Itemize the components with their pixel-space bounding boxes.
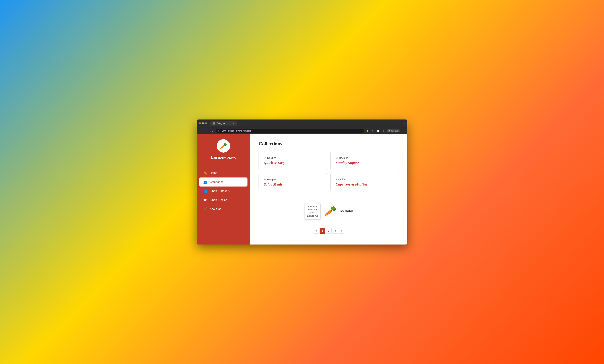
address-text: Lara Recipes - by Mo Kawsara bbox=[222, 130, 251, 132]
single-category-icon: 👥 bbox=[203, 189, 207, 193]
tooltip-line4: Excuse me bbox=[307, 215, 318, 217]
profile-icon[interactable]: 👤 bbox=[381, 129, 385, 133]
browser-window: Categories ✕ + ⌄ ← → ↻ ◯ Lara Recipes - … bbox=[197, 120, 407, 244]
tab-dropdown-icon[interactable]: ⌄ bbox=[403, 122, 405, 124]
sidebar-item-single-recipe[interactable]: 🍽️ Single Recipe bbox=[197, 195, 250, 205]
lock-icon: ◯ bbox=[218, 130, 220, 132]
collection-card-quick-easy[interactable]: 21 Recipes Quick & Easy bbox=[259, 152, 327, 170]
tab-title: Categories bbox=[217, 122, 226, 124]
home-icon: ✏️ bbox=[203, 171, 207, 175]
tab-favicon bbox=[213, 122, 215, 124]
extensions-icon[interactable]: ⚡ bbox=[365, 129, 370, 133]
no-data-tooltip: Eloquent Found Zero Rows. Excuse me bbox=[304, 203, 321, 220]
traffic-lights bbox=[199, 122, 207, 124]
forward-button[interactable]: → bbox=[205, 129, 209, 133]
reading-list-icon[interactable]: 📋 bbox=[376, 129, 380, 133]
incognito-badge: 🕵 Incognito bbox=[387, 129, 400, 132]
pagination: « 1 2 3 » bbox=[259, 226, 399, 235]
brand-name: LaraRecipes bbox=[211, 155, 236, 160]
collection-card-cupcakes-muffins[interactable]: 9 Recipes Cupcakes & Muffins bbox=[330, 173, 399, 191]
collection-name-quick-easy: Quick & Easy bbox=[264, 161, 322, 165]
tab-bar: Categories ✕ + bbox=[210, 121, 402, 125]
brand-lara: Lara bbox=[211, 155, 220, 160]
maximize-button[interactable] bbox=[205, 122, 207, 124]
about-us-icon: 🌿 bbox=[203, 207, 207, 211]
recipe-count-salad-meals: 25 Recipes bbox=[264, 178, 322, 181]
logo-area: 🥕 LaraRecipes bbox=[211, 139, 236, 160]
tooltip-line3: Rows. bbox=[310, 211, 315, 214]
browser-toolbar: ← → ↻ ◯ Lara Recipes - by Mo Kawsara ⚡ ☆… bbox=[197, 127, 407, 134]
sidebar-item-home[interactable]: ✏️ Home bbox=[197, 169, 250, 178]
no-data-section: Eloquent Found Zero Rows. Excuse me 🥕 no… bbox=[259, 198, 399, 226]
close-button[interactable] bbox=[199, 122, 201, 124]
sidebar: 🥕 LaraRecipes ✏️ Home 👥 Categories bbox=[197, 134, 250, 244]
tab-close-icon[interactable]: ✕ bbox=[233, 122, 234, 124]
new-tab-button[interactable]: + bbox=[238, 122, 242, 125]
recipe-count-quick-easy: 21 Recipes bbox=[264, 157, 322, 159]
categories-icon: 👥 bbox=[203, 180, 207, 184]
address-bar[interactable]: ◯ Lara Recipes - by Mo Kawsara bbox=[216, 129, 364, 133]
pagination-prev[interactable]: « bbox=[313, 228, 319, 234]
recipe-count-cupcakes-muffins: 9 Recipes bbox=[336, 178, 394, 181]
toolbar-right: ⚡ ☆ 📋 👤 🕵 Incognito ⋮ bbox=[365, 129, 405, 133]
collection-card-sunday-supper[interactable]: 34 Recipes Sunday Supper bbox=[330, 152, 399, 170]
collection-card-salad-meals[interactable]: 25 Recipes Salad Meals bbox=[259, 173, 327, 191]
incognito-label: Incognito bbox=[391, 130, 399, 132]
back-button[interactable]: ← bbox=[199, 129, 203, 133]
sidebar-item-single-category-label: Single Category bbox=[210, 189, 230, 193]
active-tab[interactable]: Categories ✕ bbox=[210, 121, 237, 125]
recipe-count-sunday-supper: 34 Recipes bbox=[336, 157, 394, 159]
pagination-page-3[interactable]: 3 bbox=[332, 228, 338, 234]
pagination-page-1[interactable]: 1 bbox=[320, 228, 325, 234]
browser-titlebar: Categories ✕ + ⌄ bbox=[197, 120, 407, 127]
sidebar-item-about-us-label: About Us bbox=[210, 207, 221, 211]
sidebar-item-about-us[interactable]: 🌿 About Us bbox=[197, 205, 250, 214]
logo-circle: 🥕 bbox=[217, 139, 230, 153]
collections-grid: 21 Recipes Quick & Easy 34 Recipes Sunda… bbox=[259, 152, 399, 191]
collection-name-salad-meals: Salad Meals bbox=[264, 182, 322, 186]
incognito-icon: 🕵 bbox=[388, 130, 390, 132]
collection-name-sunday-supper: Sunday Supper bbox=[336, 161, 394, 165]
sidebar-item-single-recipe-label: Single Recipe bbox=[210, 198, 227, 202]
carrot-mascot-icon: 🥕 bbox=[324, 206, 337, 216]
pagination-page-2[interactable]: 2 bbox=[326, 228, 332, 234]
sidebar-item-home-label: Home bbox=[210, 171, 217, 175]
page-title: Collections bbox=[259, 141, 399, 146]
reload-button[interactable]: ↻ bbox=[210, 129, 214, 133]
nav-menu: ✏️ Home 👥 Categories 👥 Single Category 🍽… bbox=[197, 169, 250, 214]
tooltip-line1: Eloquent bbox=[308, 206, 317, 208]
brand-recipes: Recipes bbox=[220, 155, 236, 160]
sidebar-item-single-category[interactable]: 👥 Single Category bbox=[197, 186, 250, 195]
app-layout: 🥕 LaraRecipes ✏️ Home 👥 Categories bbox=[197, 134, 407, 244]
tooltip-line2: Found Zero bbox=[307, 208, 318, 211]
no-data-text: no data! bbox=[340, 209, 353, 213]
pagination-next[interactable]: » bbox=[339, 228, 344, 234]
logo-carrot-icon: 🥕 bbox=[219, 142, 227, 150]
menu-icon[interactable]: ⋮ bbox=[401, 129, 405, 133]
collection-name-cupcakes-muffins: Cupcakes & Muffins bbox=[336, 182, 394, 186]
main-content: Collections 21 Recipes Quick & Easy 34 R… bbox=[250, 134, 407, 244]
bookmark-icon[interactable]: ☆ bbox=[371, 129, 374, 133]
minimize-button[interactable] bbox=[202, 122, 204, 124]
sidebar-item-categories-label: Categories bbox=[210, 180, 223, 184]
sidebar-item-categories[interactable]: 👥 Categories bbox=[199, 178, 248, 186]
single-recipe-icon: 🍽️ bbox=[203, 198, 207, 202]
